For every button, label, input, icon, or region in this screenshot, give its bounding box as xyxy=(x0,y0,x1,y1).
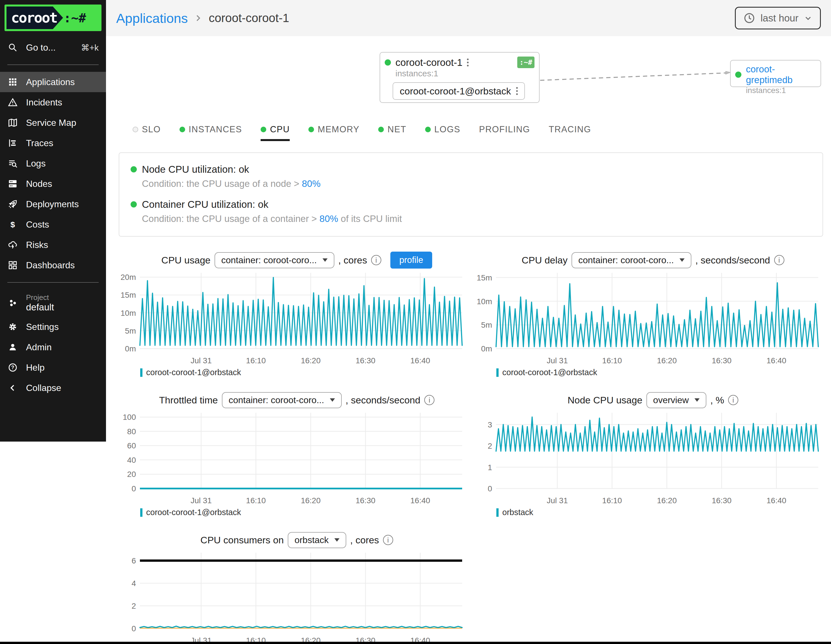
hexagons-icon xyxy=(7,298,18,308)
tab-logs[interactable]: LOGS xyxy=(425,124,460,141)
svg-text:80: 80 xyxy=(127,427,136,436)
chart-throttled-time: Throttled timecontainer: coroot-coro...,… xyxy=(119,391,475,517)
time-range-picker[interactable]: last hour xyxy=(735,7,821,29)
info-icon[interactable]: i xyxy=(774,255,784,265)
sidebar-item-nodes[interactable]: Nodes xyxy=(0,174,106,194)
instance-box[interactable]: coroot-coroot-1@orbstack xyxy=(393,82,525,100)
status-dot xyxy=(735,72,742,78)
chart-plot: 0123Jul 3116:1016:2016:3016:40 xyxy=(475,410,823,505)
caret-down-icon xyxy=(680,258,685,262)
sidebar-item-traces[interactable]: Traces xyxy=(0,133,106,153)
sidebar-item-collapse[interactable]: Collapse xyxy=(0,378,106,398)
sidebar-item-label: Service Map xyxy=(26,118,76,128)
svg-text:16:40: 16:40 xyxy=(411,496,430,505)
coroot-logo[interactable]: coroot :~# xyxy=(5,5,102,31)
breadcrumb-applications-link[interactable]: Applications xyxy=(116,10,188,26)
legend-item[interactable]: coroot-coroot-1@orbstack xyxy=(496,368,597,377)
svg-text:15m: 15m xyxy=(121,291,136,300)
tab-status-dot xyxy=(132,127,138,132)
upstream-app-link[interactable]: coroot-greptimedb xyxy=(746,64,816,85)
status-dot xyxy=(131,166,137,172)
chart-selector-dropdown[interactable]: container: coroot-coro... xyxy=(222,392,342,408)
sidebar-item-label: Nodes xyxy=(26,179,52,189)
breadcrumb-current: coroot-coroot-1 xyxy=(209,11,289,25)
svg-text:16:30: 16:30 xyxy=(712,496,732,505)
tab-memory[interactable]: MEMORY xyxy=(308,124,360,141)
info-icon[interactable]: i xyxy=(424,395,435,405)
legend-item[interactable]: coroot-coroot-1@orbstack xyxy=(140,368,241,377)
sidebar-item-deployments[interactable]: Deployments xyxy=(0,194,106,214)
chart-title-units: , seconds/second xyxy=(346,395,420,406)
chart-node-cpu-usage: Node CPU usageoverview, %i0123Jul 3116:1… xyxy=(475,391,831,517)
svg-text:15m: 15m xyxy=(477,273,492,282)
dependency-dashed-connector xyxy=(540,69,732,83)
sidebar-divider xyxy=(7,282,99,283)
svg-text:16:10: 16:10 xyxy=(246,356,266,365)
sidebar-item-applications[interactable]: Applications xyxy=(0,72,106,92)
check-title-text: Node CPU utilization: ok xyxy=(142,164,249,175)
instances-label: instances:1 xyxy=(746,86,816,95)
sidebar-item-risks[interactable]: Risks xyxy=(0,234,106,255)
chart-selector-dropdown[interactable]: container: coroot-coro... xyxy=(215,252,334,268)
status-dot xyxy=(385,59,391,65)
tab-slo[interactable]: SLO xyxy=(132,124,161,141)
tab-tracing[interactable]: TRACING xyxy=(549,124,591,141)
sidebar-item-logs[interactable]: Logs xyxy=(0,153,106,174)
legend-item[interactable]: orbstack xyxy=(496,508,533,517)
legend-item[interactable]: coroot-coroot-1@orbstack xyxy=(140,508,241,517)
project-selector: Project default xyxy=(26,293,54,312)
info-icon[interactable]: i xyxy=(728,395,738,405)
sidebar-item-help[interactable]: ? Help xyxy=(0,357,106,378)
chart-title-text: CPU delay xyxy=(522,255,568,266)
chart-legend: coroot-coroot-1@orbstack xyxy=(140,368,468,377)
chart-selector-dropdown[interactable]: overview xyxy=(646,392,706,408)
kebab-menu-icon[interactable] xyxy=(467,59,469,67)
caret-down-icon xyxy=(330,399,335,402)
svg-text:$: $ xyxy=(10,220,15,229)
instance-name: coroot-coroot-1@orbstack xyxy=(400,86,511,97)
svg-text:16:40: 16:40 xyxy=(767,496,786,505)
condition-text: Condition: the CPU usage of a container … xyxy=(142,214,319,224)
profile-button[interactable]: profile xyxy=(390,252,432,269)
info-icon[interactable]: i xyxy=(383,535,393,545)
check-title: Node CPU utilization: ok xyxy=(131,164,811,175)
svg-text:16:10: 16:10 xyxy=(246,496,266,505)
kebab-menu-icon[interactable] xyxy=(516,87,518,95)
condition-threshold[interactable]: 80% xyxy=(302,179,320,189)
goto-search[interactable]: Go to... ⌘+k xyxy=(0,37,106,58)
chart-title-text: CPU consumers on xyxy=(201,535,284,546)
chart-selector-dropdown[interactable]: orbstack xyxy=(288,532,346,548)
sidebar-item-costs[interactable]: $ Costs xyxy=(0,214,106,234)
legend-label: coroot-coroot-1@orbstack xyxy=(502,368,597,377)
tab-instances[interactable]: INSTANCES xyxy=(180,124,242,141)
chart-plot: 0m5m10m15m20mJul 3116:1016:2016:3016:40 xyxy=(119,269,466,365)
svg-text:16:20: 16:20 xyxy=(301,356,320,365)
sidebar-item-settings[interactable]: Settings xyxy=(0,317,106,337)
sidebar-item-service-map[interactable]: Service Map xyxy=(0,113,106,133)
dropdown-value: container: coroot-coro... xyxy=(229,395,324,405)
chart-plot: 0m5m10m15mJul 3116:1016:2016:3016:40 xyxy=(475,269,823,365)
svg-text:16:40: 16:40 xyxy=(767,356,786,365)
cpu-checks-panel: Node CPU utilization: ok Condition: the … xyxy=(119,152,823,237)
sidebar-item-label: Costs xyxy=(26,219,49,230)
sidebar-item-project[interactable]: Project default xyxy=(0,290,106,317)
chevron-down-icon xyxy=(804,14,813,22)
tab-label: CPU xyxy=(270,124,290,135)
chart-selector-dropdown[interactable]: container: coroot-coro... xyxy=(572,252,691,268)
info-icon[interactable]: i xyxy=(371,255,381,265)
tab-net[interactable]: NET xyxy=(378,124,406,141)
sidebar-item-dashboards[interactable]: Dashboards xyxy=(0,255,106,275)
tab-profiling[interactable]: PROFILING xyxy=(479,124,530,141)
tab-status-dot xyxy=(261,127,266,132)
sidebar-item-label: Settings xyxy=(26,322,59,332)
legend-swatch xyxy=(140,508,142,517)
sidebar-item-admin[interactable]: Admin xyxy=(0,337,106,357)
tab-cpu[interactable]: CPU xyxy=(261,124,290,141)
condition-threshold[interactable]: 80% xyxy=(319,214,338,224)
tab-status-dot xyxy=(378,127,384,132)
svg-text:Jul 31: Jul 31 xyxy=(547,356,568,365)
sidebar-item-incidents[interactable]: Incidents xyxy=(0,92,106,113)
chart-legend: coroot-coroot-1@orbstack xyxy=(496,368,824,377)
chart-title: CPU usagecontainer: coroot-coro..., core… xyxy=(119,251,475,269)
svg-text:16:20: 16:20 xyxy=(657,496,677,505)
